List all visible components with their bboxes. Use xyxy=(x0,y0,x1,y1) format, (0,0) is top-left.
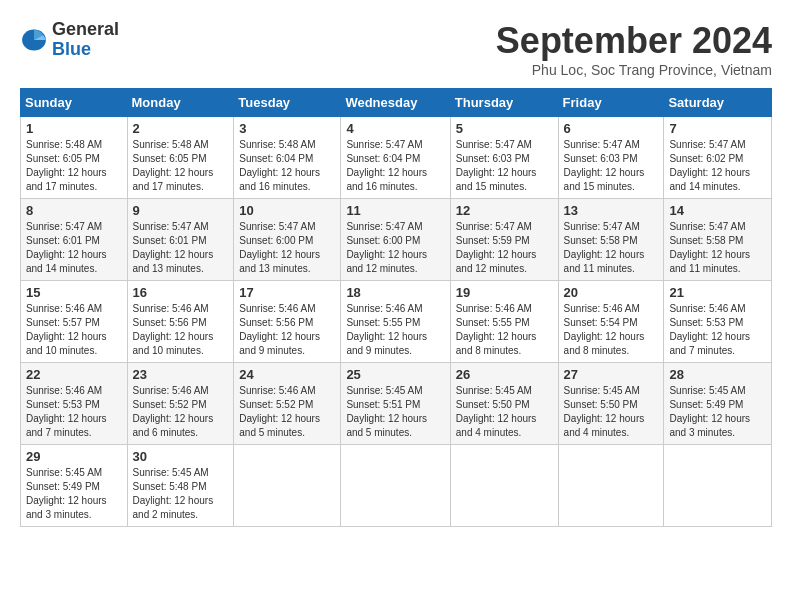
empty-cell xyxy=(664,445,772,527)
calendar-table: Sunday Monday Tuesday Wednesday Thursday… xyxy=(20,88,772,527)
day-info: Sunrise: 5:45 AM Sunset: 5:49 PM Dayligh… xyxy=(26,466,122,522)
table-row: 2 Sunrise: 5:48 AM Sunset: 6:05 PM Dayli… xyxy=(127,117,234,199)
day-number: 8 xyxy=(26,203,122,218)
day-info: Sunrise: 5:48 AM Sunset: 6:05 PM Dayligh… xyxy=(26,138,122,194)
empty-cell xyxy=(558,445,664,527)
table-row: 16 Sunrise: 5:46 AM Sunset: 5:56 PM Dayl… xyxy=(127,281,234,363)
day-number: 19 xyxy=(456,285,553,300)
table-row: 29 Sunrise: 5:45 AM Sunset: 5:49 PM Dayl… xyxy=(21,445,128,527)
day-info: Sunrise: 5:45 AM Sunset: 5:51 PM Dayligh… xyxy=(346,384,444,440)
calendar-week-row: 1 Sunrise: 5:48 AM Sunset: 6:05 PM Dayli… xyxy=(21,117,772,199)
col-friday: Friday xyxy=(558,89,664,117)
day-number: 21 xyxy=(669,285,766,300)
day-info: Sunrise: 5:48 AM Sunset: 6:04 PM Dayligh… xyxy=(239,138,335,194)
day-info: Sunrise: 5:46 AM Sunset: 5:52 PM Dayligh… xyxy=(133,384,229,440)
day-number: 25 xyxy=(346,367,444,382)
day-number: 29 xyxy=(26,449,122,464)
day-info: Sunrise: 5:45 AM Sunset: 5:50 PM Dayligh… xyxy=(564,384,659,440)
day-info: Sunrise: 5:46 AM Sunset: 5:54 PM Dayligh… xyxy=(564,302,659,358)
day-number: 15 xyxy=(26,285,122,300)
day-number: 14 xyxy=(669,203,766,218)
location-label: Phu Loc, Soc Trang Province, Vietnam xyxy=(496,62,772,78)
table-row: 3 Sunrise: 5:48 AM Sunset: 6:04 PM Dayli… xyxy=(234,117,341,199)
day-info: Sunrise: 5:47 AM Sunset: 6:00 PM Dayligh… xyxy=(239,220,335,276)
day-number: 2 xyxy=(133,121,229,136)
day-number: 4 xyxy=(346,121,444,136)
day-number: 20 xyxy=(564,285,659,300)
table-row: 21 Sunrise: 5:46 AM Sunset: 5:53 PM Dayl… xyxy=(664,281,772,363)
day-info: Sunrise: 5:47 AM Sunset: 6:02 PM Dayligh… xyxy=(669,138,766,194)
table-row: 8 Sunrise: 5:47 AM Sunset: 6:01 PM Dayli… xyxy=(21,199,128,281)
table-row: 5 Sunrise: 5:47 AM Sunset: 6:03 PM Dayli… xyxy=(450,117,558,199)
day-info: Sunrise: 5:45 AM Sunset: 5:48 PM Dayligh… xyxy=(133,466,229,522)
day-number: 30 xyxy=(133,449,229,464)
day-info: Sunrise: 5:45 AM Sunset: 5:50 PM Dayligh… xyxy=(456,384,553,440)
day-number: 6 xyxy=(564,121,659,136)
day-info: Sunrise: 5:47 AM Sunset: 5:59 PM Dayligh… xyxy=(456,220,553,276)
day-number: 17 xyxy=(239,285,335,300)
day-info: Sunrise: 5:47 AM Sunset: 5:58 PM Dayligh… xyxy=(669,220,766,276)
calendar-week-row: 8 Sunrise: 5:47 AM Sunset: 6:01 PM Dayli… xyxy=(21,199,772,281)
day-number: 12 xyxy=(456,203,553,218)
table-row: 6 Sunrise: 5:47 AM Sunset: 6:03 PM Dayli… xyxy=(558,117,664,199)
table-row: 27 Sunrise: 5:45 AM Sunset: 5:50 PM Dayl… xyxy=(558,363,664,445)
col-sunday: Sunday xyxy=(21,89,128,117)
col-monday: Monday xyxy=(127,89,234,117)
table-row: 7 Sunrise: 5:47 AM Sunset: 6:02 PM Dayli… xyxy=(664,117,772,199)
day-number: 27 xyxy=(564,367,659,382)
day-info: Sunrise: 5:47 AM Sunset: 6:00 PM Dayligh… xyxy=(346,220,444,276)
table-row: 17 Sunrise: 5:46 AM Sunset: 5:56 PM Dayl… xyxy=(234,281,341,363)
table-row: 15 Sunrise: 5:46 AM Sunset: 5:57 PM Dayl… xyxy=(21,281,128,363)
table-row: 23 Sunrise: 5:46 AM Sunset: 5:52 PM Dayl… xyxy=(127,363,234,445)
day-info: Sunrise: 5:47 AM Sunset: 6:03 PM Dayligh… xyxy=(456,138,553,194)
table-row: 11 Sunrise: 5:47 AM Sunset: 6:00 PM Dayl… xyxy=(341,199,450,281)
table-row: 26 Sunrise: 5:45 AM Sunset: 5:50 PM Dayl… xyxy=(450,363,558,445)
page-header: General Blue September 2024 Phu Loc, Soc… xyxy=(20,20,772,78)
table-row: 25 Sunrise: 5:45 AM Sunset: 5:51 PM Dayl… xyxy=(341,363,450,445)
calendar-header-row: Sunday Monday Tuesday Wednesday Thursday… xyxy=(21,89,772,117)
day-info: Sunrise: 5:46 AM Sunset: 5:55 PM Dayligh… xyxy=(456,302,553,358)
day-number: 18 xyxy=(346,285,444,300)
day-info: Sunrise: 5:47 AM Sunset: 6:04 PM Dayligh… xyxy=(346,138,444,194)
empty-cell xyxy=(234,445,341,527)
table-row: 13 Sunrise: 5:47 AM Sunset: 5:58 PM Dayl… xyxy=(558,199,664,281)
day-info: Sunrise: 5:46 AM Sunset: 5:55 PM Dayligh… xyxy=(346,302,444,358)
table-row: 28 Sunrise: 5:45 AM Sunset: 5:49 PM Dayl… xyxy=(664,363,772,445)
day-info: Sunrise: 5:45 AM Sunset: 5:49 PM Dayligh… xyxy=(669,384,766,440)
day-number: 26 xyxy=(456,367,553,382)
calendar-week-row: 22 Sunrise: 5:46 AM Sunset: 5:53 PM Dayl… xyxy=(21,363,772,445)
table-row: 18 Sunrise: 5:46 AM Sunset: 5:55 PM Dayl… xyxy=(341,281,450,363)
table-row: 9 Sunrise: 5:47 AM Sunset: 6:01 PM Dayli… xyxy=(127,199,234,281)
table-row: 12 Sunrise: 5:47 AM Sunset: 5:59 PM Dayl… xyxy=(450,199,558,281)
day-number: 11 xyxy=(346,203,444,218)
day-info: Sunrise: 5:46 AM Sunset: 5:56 PM Dayligh… xyxy=(239,302,335,358)
col-saturday: Saturday xyxy=(664,89,772,117)
table-row: 1 Sunrise: 5:48 AM Sunset: 6:05 PM Dayli… xyxy=(21,117,128,199)
day-info: Sunrise: 5:47 AM Sunset: 6:01 PM Dayligh… xyxy=(133,220,229,276)
day-number: 9 xyxy=(133,203,229,218)
day-number: 10 xyxy=(239,203,335,218)
day-number: 22 xyxy=(26,367,122,382)
empty-cell xyxy=(450,445,558,527)
day-number: 3 xyxy=(239,121,335,136)
day-info: Sunrise: 5:46 AM Sunset: 5:56 PM Dayligh… xyxy=(133,302,229,358)
day-number: 16 xyxy=(133,285,229,300)
month-title: September 2024 xyxy=(496,20,772,62)
day-info: Sunrise: 5:48 AM Sunset: 6:05 PM Dayligh… xyxy=(133,138,229,194)
col-wednesday: Wednesday xyxy=(341,89,450,117)
day-number: 28 xyxy=(669,367,766,382)
day-info: Sunrise: 5:46 AM Sunset: 5:53 PM Dayligh… xyxy=(26,384,122,440)
table-row: 10 Sunrise: 5:47 AM Sunset: 6:00 PM Dayl… xyxy=(234,199,341,281)
calendar-week-row: 29 Sunrise: 5:45 AM Sunset: 5:49 PM Dayl… xyxy=(21,445,772,527)
day-number: 24 xyxy=(239,367,335,382)
logo-text: General Blue xyxy=(52,20,119,60)
day-number: 13 xyxy=(564,203,659,218)
day-number: 5 xyxy=(456,121,553,136)
logo-icon xyxy=(20,26,48,54)
col-thursday: Thursday xyxy=(450,89,558,117)
logo: General Blue xyxy=(20,20,119,60)
table-row: 24 Sunrise: 5:46 AM Sunset: 5:52 PM Dayl… xyxy=(234,363,341,445)
logo-general-label: General xyxy=(52,20,119,40)
day-info: Sunrise: 5:47 AM Sunset: 5:58 PM Dayligh… xyxy=(564,220,659,276)
day-info: Sunrise: 5:47 AM Sunset: 6:03 PM Dayligh… xyxy=(564,138,659,194)
